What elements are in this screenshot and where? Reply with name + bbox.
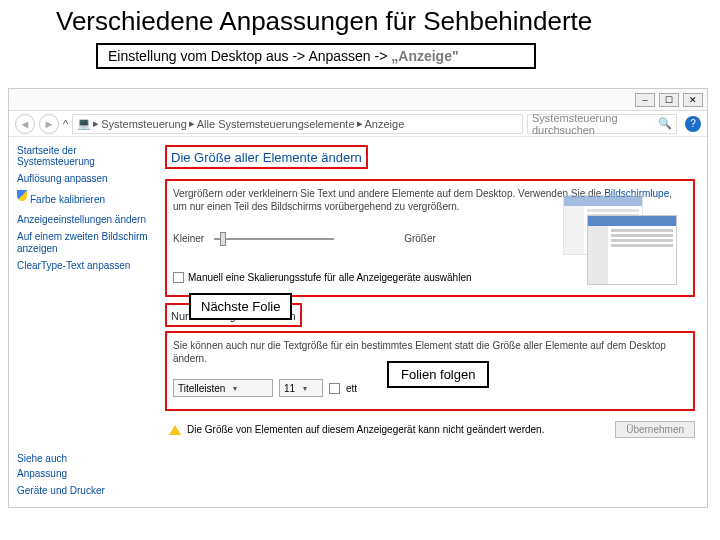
element-dropdown[interactable]: Titelleisten▾ — [173, 379, 273, 397]
nav-fwd-icon[interactable]: ► — [39, 114, 59, 134]
crumb-1[interactable]: Systemsteuerung — [101, 118, 187, 130]
scale-slider[interactable] — [214, 238, 334, 240]
highlight-heading-1: Die Größe aller Elemente ändern — [165, 145, 368, 169]
instruction-box: Einstellung vom Desktop aus -> Anpassen … — [96, 43, 536, 69]
search-icon: 🔍 — [658, 117, 672, 130]
sidebar-link-calibrate[interactable]: Farbe kalibrieren — [30, 194, 105, 207]
highlight-zone-2: Sie können auch nur die Textgröße für ei… — [165, 331, 695, 411]
bold-checkbox[interactable] — [329, 383, 340, 394]
sidebar: Startseite der Systemsteuerung Auflösung… — [9, 137, 159, 507]
sidebar-link-cleartype[interactable]: ClearType-Text anpassen — [17, 260, 151, 273]
nav-back-icon[interactable]: ◄ — [15, 114, 35, 134]
minimize-button[interactable]: – — [635, 93, 655, 107]
control-panel-window: – ☐ ✕ ◄ ► ^ 💻 ▸ Systemsteuerung▸ Alle Sy… — [8, 88, 708, 508]
search-input[interactable]: Systemsteuerung durchsuchen 🔍 — [527, 114, 677, 134]
instruction-link: „Anzeige" — [391, 48, 458, 64]
chevron-down-icon: ▾ — [233, 384, 237, 393]
sidebar-link-second-screen[interactable]: Auf einem zweiten Bildschirm anzeigen — [17, 231, 151, 256]
warning-row: Die Größe von Elementen auf diesem Anzei… — [165, 421, 695, 438]
manual-scale-label: Manuell eine Skalierungsstufe für alle A… — [188, 272, 472, 283]
slides-follow-button[interactable]: Folien folgen — [387, 361, 489, 388]
instruction-text: Einstellung vom Desktop aus -> Anpassen … — [108, 48, 391, 64]
crumb-2[interactable]: Alle Systemsteuerungselemente — [197, 118, 355, 130]
preview-thumbnails — [559, 189, 679, 289]
monitor-icon: 💻 — [77, 117, 91, 130]
nav-bar: ◄ ► ^ 💻 ▸ Systemsteuerung▸ Alle Systemst… — [9, 111, 707, 137]
see-also-header: Siehe auch — [17, 453, 105, 464]
bold-label: ett — [346, 383, 357, 394]
main-content: Die Größe aller Elemente ändern Vergröße… — [159, 137, 707, 507]
maximize-button[interactable]: ☐ — [659, 93, 679, 107]
slider-label-small: Kleiner — [173, 233, 204, 244]
size-dropdown[interactable]: 11▾ — [279, 379, 323, 397]
next-slide-button[interactable]: Nächste Folie — [189, 293, 292, 320]
close-button[interactable]: ✕ — [683, 93, 703, 107]
apply-button[interactable]: Übernehmen — [615, 421, 695, 438]
window-titlebar: – ☐ ✕ — [9, 89, 707, 111]
sidebar-header[interactable]: Startseite der Systemsteuerung — [17, 145, 151, 167]
slide-title: Verschiedene Anpassungen für Sehbehinder… — [0, 0, 720, 41]
help-icon[interactable]: ? — [685, 116, 701, 132]
sidebar-link-resolution[interactable]: Auflösung anpassen — [17, 173, 151, 186]
see-also-personalization[interactable]: Anpassung — [17, 468, 105, 481]
heading-all-elements: Die Größe aller Elemente ändern — [171, 150, 362, 165]
preview-window-front — [587, 215, 677, 285]
warning-icon — [169, 425, 181, 435]
highlight-zone-1: Vergrößern oder verkleinern Sie Text und… — [165, 179, 695, 297]
warning-text: Die Größe von Elementen auf diesem Anzei… — [187, 424, 544, 435]
breadcrumb[interactable]: 💻 ▸ Systemsteuerung▸ Alle Systemsteuerun… — [72, 114, 523, 134]
shield-icon — [17, 190, 27, 201]
sidebar-link-display[interactable]: Anzeigeeinstellungen ändern — [17, 214, 151, 227]
search-placeholder: Systemsteuerung durchsuchen — [532, 112, 654, 136]
chevron-down-icon: ▾ — [303, 384, 307, 393]
see-also: Siehe auch Anpassung Geräte und Drucker — [17, 453, 105, 501]
slider-thumb[interactable] — [220, 232, 226, 246]
slider-label-big: Größer — [404, 233, 436, 244]
see-also-devices[interactable]: Geräte und Drucker — [17, 485, 105, 498]
crumb-3[interactable]: Anzeige — [365, 118, 405, 130]
nav-up-icon[interactable]: ^ — [63, 118, 68, 130]
manual-scale-checkbox[interactable] — [173, 272, 184, 283]
